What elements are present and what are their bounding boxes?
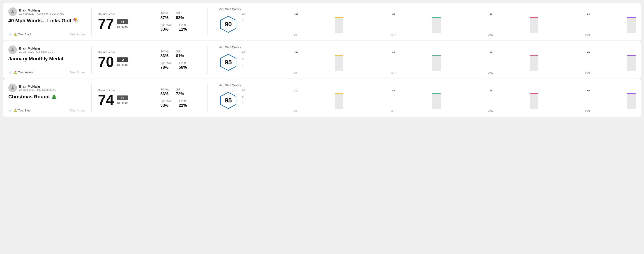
score-badge-col-1: +5 18 Holes xyxy=(116,19,128,28)
score-row-2: 70 -2 18 Holes xyxy=(98,55,148,69)
weather-icon-1: ☁️ xyxy=(8,33,12,36)
user-name-1: Blair McHarg xyxy=(19,8,64,12)
stat-fw-hit-value-1: 57% xyxy=(160,15,169,20)
stat-gir-value-1: 83% xyxy=(176,15,184,20)
tee-info-3: ☁️ ⛳ Tee: Blue xyxy=(8,109,30,112)
score-holes-2: 18 Holes xyxy=(116,63,128,66)
score-holes-1: 18 Holes xyxy=(116,25,128,28)
stat-oneputt-3: 1 Putt 22% xyxy=(179,100,187,108)
data-source-3: Data: Arccos xyxy=(70,109,85,112)
stat-fw-hit-label-3: FW Hit xyxy=(160,88,169,91)
quality-section-3: Avg Shot Quality 95 100 50 0 xyxy=(214,84,636,112)
round-title-2: January Monthly Medal xyxy=(8,56,85,62)
score-number-1: 77 xyxy=(98,17,114,31)
score-label-2: Round Score xyxy=(98,50,148,54)
stat-oneputt-label-3: 1 Putt xyxy=(179,100,187,103)
card-left-3: Blair McHarg 27 Dec 2021 · The Oxfordshi… xyxy=(8,84,85,112)
tee-label-3: Tee: Blue xyxy=(18,109,30,112)
stat-updown-label-2: Up/Down xyxy=(160,61,172,65)
divider-left-2 xyxy=(91,45,92,74)
weather-icon-3: ☁️ xyxy=(8,109,12,112)
stats-row-top-3: FW Hit 36% GIR 72% xyxy=(160,88,201,96)
stat-oneputt-value-3: 22% xyxy=(179,103,187,108)
stats-row-bot-2: Up/Down 78% 1 Putt 56% xyxy=(160,61,201,70)
user-name-3: Blair McHarg xyxy=(19,84,56,88)
user-info-2: Blair McHarg 29 Jan 2022 · Mill Ride GCC xyxy=(8,45,85,54)
user-meta-2: 29 Jan 2022 · Mill Ride GCC xyxy=(19,50,54,53)
stats-section-2: FW Hit 86% GIR 61% Up/Down 78% 1 Putt 56… xyxy=(160,45,201,74)
card-left-1: Blair McHarg 12 Feb 2022 · Royal North D… xyxy=(8,7,85,36)
stats-section-3: FW Hit 36% GIR 72% Up/Down 33% 1 Putt 22… xyxy=(160,84,201,112)
hexagon-3: 95 xyxy=(219,91,237,110)
divider-left-3 xyxy=(91,84,92,112)
stat-gir-2: GIR 61% xyxy=(176,50,184,58)
avatar-3 xyxy=(8,84,17,92)
stat-gir-label-2: GIR xyxy=(176,50,184,53)
quality-col-1: Avg Shot Quality 90 100 50 0 xyxy=(219,7,636,36)
stats-row-bot-1: Up/Down 33% 1 Putt 11% xyxy=(160,23,201,32)
stats-row-top-1: FW Hit 57% GIR 83% xyxy=(160,12,201,20)
round-card-2: Blair McHarg 29 Jan 2022 · Mill Ride GCC… xyxy=(3,41,641,79)
quality-section-2: Avg Shot Quality 95 100 50 0 xyxy=(214,45,636,74)
tee-info-2: ☁️ ⛳ Tee: Yellow xyxy=(8,71,33,74)
score-badge-col-2: -2 18 Holes xyxy=(116,57,128,66)
score-row-1: 77 +5 18 Holes xyxy=(98,17,148,31)
avatar-2 xyxy=(8,45,17,54)
tee-icon-1: ⛳ xyxy=(13,33,17,36)
hexagon-wrapper-3: 95 xyxy=(219,91,237,110)
stat-fw-hit-value-2: 86% xyxy=(160,54,169,58)
stat-gir-label-3: GIR xyxy=(176,88,184,91)
stat-oneputt-value-1: 11% xyxy=(179,27,187,32)
stat-updown-3: Up/Down 33% xyxy=(160,100,172,108)
data-source-1: Data: Arccos xyxy=(70,33,85,36)
data-source-2: Data: Arccos xyxy=(70,71,85,74)
card-left-2: Blair McHarg 29 Jan 2022 · Mill Ride GCC… xyxy=(8,45,85,74)
card-footer-1: ☁️ ⛳ Tee: Black Data: Arccos xyxy=(8,33,85,36)
stat-updown-value-1: 33% xyxy=(160,27,172,32)
divider-mid-1 xyxy=(154,7,154,36)
tee-icon-2: ⛳ xyxy=(13,71,17,74)
quality-col-2: Avg Shot Quality 95 100 50 0 xyxy=(219,45,636,74)
tee-label-2: Tee: Yellow xyxy=(18,71,33,74)
svg-point-2 xyxy=(12,48,13,50)
stats-row-top-2: FW Hit 86% GIR 61% xyxy=(160,50,201,58)
stat-updown-label-1: Up/Down xyxy=(160,23,172,26)
score-holes-3: 18 Holes xyxy=(116,101,128,105)
user-details-3: Blair McHarg 27 Dec 2021 · The Oxfordshi… xyxy=(19,84,56,91)
user-info-3: Blair McHarg 27 Dec 2021 · The Oxfordshi… xyxy=(8,84,85,92)
divider-right-2 xyxy=(207,45,208,74)
stat-fw-hit-2: FW Hit 86% xyxy=(160,50,169,58)
stat-updown-value-3: 33% xyxy=(160,103,172,108)
score-section-1: Round Score 77 +5 18 Holes xyxy=(98,7,148,36)
stat-oneputt-2: 1 Putt 56% xyxy=(179,61,187,70)
quality-label-1: Avg Shot Quality xyxy=(219,7,636,11)
quality-label-2: Avg Shot Quality xyxy=(219,45,636,49)
user-meta-1: 12 Feb 2022 · Royal North Devon GC xyxy=(19,12,64,15)
person-icon xyxy=(10,85,15,90)
stat-fw-hit-3: FW Hit 36% xyxy=(160,88,169,96)
score-row-3: 74 +2 18 Holes xyxy=(98,93,148,107)
stat-fw-hit-label-1: FW Hit xyxy=(160,12,169,15)
card-footer-3: ☁️ ⛳ Tee: Blue Data: Arccos xyxy=(8,109,85,112)
quality-section-1: Avg Shot Quality 90 100 50 0 xyxy=(214,7,636,36)
score-section-3: Round Score 74 +2 18 Holes xyxy=(98,84,148,112)
stat-gir-3: GIR 72% xyxy=(176,88,184,96)
person-icon xyxy=(10,9,15,14)
hexagon-value-3: 95 xyxy=(225,97,232,104)
score-label-1: Round Score xyxy=(98,12,148,16)
divider-mid-2 xyxy=(154,45,154,74)
svg-point-4 xyxy=(12,86,13,88)
stat-gir-1: GIR 83% xyxy=(176,12,184,20)
round-card-3: Blair McHarg 27 Dec 2021 · The Oxfordshi… xyxy=(3,79,641,117)
stat-oneputt-1: 1 Putt 11% xyxy=(179,23,187,32)
divider-right-3 xyxy=(207,84,208,112)
user-details-1: Blair McHarg 12 Feb 2022 · Royal North D… xyxy=(19,8,64,15)
score-badge-2: -2 xyxy=(116,57,128,62)
hexagon-value-1: 90 xyxy=(225,21,232,28)
stat-gir-value-3: 72% xyxy=(176,92,184,96)
stat-gir-label-1: GIR xyxy=(176,12,184,15)
score-section-2: Round Score 70 -2 18 Holes xyxy=(98,45,148,74)
person-icon xyxy=(10,47,15,52)
round-title-3: Christmas Round 🎄 xyxy=(8,94,85,100)
tee-label-1: Tee: Black xyxy=(18,33,32,36)
